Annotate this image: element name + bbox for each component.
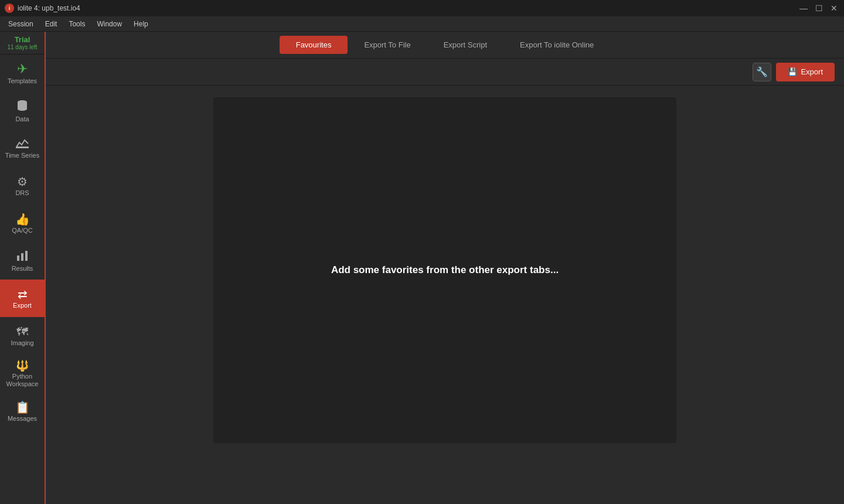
empty-message: Add some favorites from the other export… — [331, 264, 559, 276]
close-button[interactable]: ✕ — [829, 3, 839, 13]
tab-bar: Favourites Export To File Export Script … — [46, 32, 844, 59]
svg-rect-4 — [25, 251, 28, 261]
messages-icon: 📋 — [15, 401, 30, 413]
main-layout: Trial 11 days left ✈ Templates Data — [0, 32, 844, 504]
imaging-icon: 🗺 — [16, 326, 28, 338]
sidebar-item-data[interactable]: Data — [0, 92, 45, 130]
templates-icon: ✈ — [17, 63, 28, 76]
sidebar-item-label-python-workspace: Python Workspace — [6, 373, 39, 388]
favourites-panel: Add some favorites from the other export… — [213, 97, 676, 443]
content-area: Favourites Export To File Export Script … — [46, 32, 844, 504]
qaqc-icon: 👍 — [15, 213, 30, 225]
trial-label: Trial — [2, 35, 42, 44]
export-btn-label: Export — [801, 67, 823, 76]
svg-rect-1 — [16, 147, 29, 148]
sidebar-item-templates[interactable]: ✈ Templates — [0, 55, 45, 92]
sidebar-item-label-messages: Messages — [8, 415, 37, 423]
sidebar-item-label-time-series: Time Series — [5, 152, 39, 159]
sidebar-item-label-qaqc: QA/QC — [12, 227, 32, 234]
sidebar-item-label-export: Export — [13, 302, 32, 309]
time-series-icon — [16, 138, 29, 150]
menu-item-window[interactable]: Window — [91, 18, 128, 30]
sidebar-item-messages[interactable]: 📋 Messages — [0, 393, 45, 430]
sidebar-item-drs[interactable]: ⚙ DRS — [0, 167, 45, 205]
tab-group: Favourites Export To File Export Script … — [280, 36, 611, 54]
trial-days: 11 days left — [2, 44, 42, 50]
sidebar-item-label-drs: DRS — [15, 189, 29, 197]
sidebar-item-imaging[interactable]: 🗺 Imaging — [0, 317, 45, 355]
data-icon — [16, 99, 29, 114]
sidebar-item-label-templates: Templates — [8, 77, 37, 85]
title-bar-controls: — ☐ ✕ — [798, 3, 839, 13]
python-workspace-icon: 🔱 — [16, 360, 29, 371]
maximize-button[interactable]: ☐ — [814, 3, 824, 13]
sidebar-item-python-workspace[interactable]: 🔱 Python Workspace — [0, 355, 45, 393]
minimize-button[interactable]: — — [798, 3, 809, 13]
svg-rect-3 — [21, 253, 23, 261]
menu-item-help[interactable]: Help — [128, 18, 154, 30]
menu-item-session[interactable]: Session — [2, 18, 39, 30]
menu-item-tools[interactable]: Tools — [63, 18, 91, 30]
title-bar-left: i iolite 4: upb_test.io4 — [5, 4, 80, 13]
sidebar-item-results[interactable]: Results — [0, 242, 45, 280]
tab-export-to-iolite-online[interactable]: Export To iolite Online — [503, 36, 610, 54]
sidebar-item-time-series[interactable]: Time Series — [0, 130, 45, 167]
sidebar-item-export[interactable]: ⇄ Export — [0, 280, 45, 317]
app-title: iolite 4: upb_test.io4 — [18, 4, 80, 12]
export-btn-icon: 💾 — [788, 67, 797, 76]
menu-bar: SessionEditToolsWindowHelp — [0, 16, 844, 32]
menu-item-edit[interactable]: Edit — [39, 18, 63, 30]
export-icon: ⇄ — [18, 288, 28, 300]
sidebar-item-label-results: Results — [12, 265, 33, 273]
sidebar-item-qaqc[interactable]: 👍 QA/QC — [0, 205, 45, 242]
settings-button[interactable]: 🔧 — [753, 63, 771, 81]
trial-badge: Trial 11 days left — [0, 32, 45, 55]
sidebar-item-label-data: Data — [15, 115, 29, 123]
settings-icon: 🔧 — [756, 66, 768, 77]
tab-export-script[interactable]: Export Script — [427, 36, 503, 54]
app-icon: i — [5, 4, 14, 13]
toolbar: 🔧 💾 Export — [46, 59, 844, 86]
tab-favourites[interactable]: Favourites — [280, 36, 348, 54]
export-button[interactable]: 💾 Export — [776, 63, 835, 81]
svg-rect-2 — [17, 256, 19, 261]
sidebar: Trial 11 days left ✈ Templates Data — [0, 32, 46, 504]
tab-export-to-file[interactable]: Export To File — [348, 36, 427, 54]
sidebar-item-label-imaging: Imaging — [11, 339, 33, 347]
results-icon — [16, 250, 29, 263]
main-content: Add some favorites from the other export… — [46, 86, 844, 504]
drs-icon: ⚙ — [17, 176, 28, 188]
title-bar: i iolite 4: upb_test.io4 — ☐ ✕ — [0, 0, 844, 16]
